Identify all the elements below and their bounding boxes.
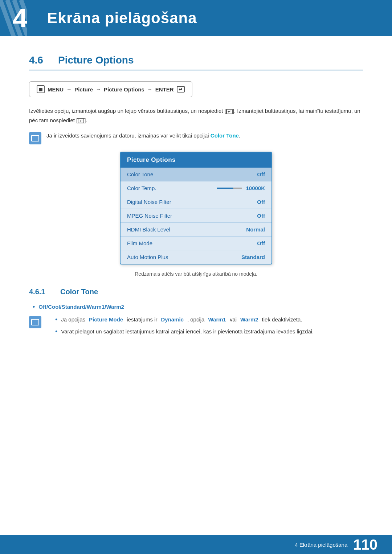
osd-value-film-mode: Off bbox=[257, 240, 265, 246]
breadcrumb-step1: Picture bbox=[74, 86, 93, 93]
color-tone-highlight: Color Tone bbox=[211, 132, 239, 139]
note-bullet-list: Ja opcijas Picture Mode iestatījums ir D… bbox=[52, 315, 314, 336]
osd-label-color-temp: Color Temp. bbox=[127, 185, 156, 191]
osd-row-film-mode: Flim Mode Off bbox=[121, 237, 271, 250]
section-number: 4.6 bbox=[29, 54, 51, 66]
color-temp-right: 10000K bbox=[217, 185, 265, 191]
osd-menu-title: Picture Options bbox=[121, 152, 271, 168]
header-decoration bbox=[0, 0, 27, 36]
bullet-item-1: Off/Cool/Standard/Warm1/Warm2 bbox=[29, 303, 363, 312]
note-bullet-2: Varat pielāgot un saglabāt iestatījumus … bbox=[52, 327, 314, 336]
arrow-icon-1: → bbox=[66, 86, 72, 92]
note-box-1: Ja ir izveidots savienojums ar datoru, i… bbox=[29, 131, 363, 144]
section-heading: 4.6 Picture Options bbox=[29, 54, 363, 70]
note-text-1: Ja ir izveidots savienojums ar datoru, i… bbox=[46, 131, 240, 140]
osd-value-color-tone: Off bbox=[257, 171, 265, 177]
subsection-heading: 4.6.1 Color Tone bbox=[29, 288, 363, 296]
picture-mode-highlight: Picture Mode bbox=[89, 315, 123, 324]
note-group-2: Ja opcijas Picture Mode iestatījums ir D… bbox=[29, 315, 363, 340]
osd-caption: Redzamais attēls var būt atšķirīgs atkar… bbox=[29, 271, 363, 277]
bullet-list-1: Off/Cool/Standard/Warm1/Warm2 bbox=[29, 303, 363, 312]
enter-icon: ↵ bbox=[177, 86, 185, 93]
osd-row-color-temp: Color Temp. 10000K bbox=[121, 181, 271, 195]
warm2-highlight: Warm2 bbox=[240, 315, 258, 324]
osd-value-color-temp: 10000K bbox=[246, 185, 265, 191]
footer-page-number: 110 bbox=[353, 537, 377, 552]
osd-value-digital-noise: Off bbox=[257, 199, 265, 205]
nav-breadcrumb: ▦ MENU → Picture → Picture Options → ENT… bbox=[29, 81, 192, 97]
color-temp-slider bbox=[217, 188, 242, 189]
page-footer: 4 Ekrāna pielāgošana 110 bbox=[0, 535, 392, 554]
subsection-number: 4.6.1 bbox=[29, 288, 54, 296]
osd-label-hdmi-black: HDMI Black Level bbox=[127, 226, 170, 233]
breadcrumb-menu: MENU bbox=[48, 86, 64, 93]
footer-text: 4 Ekrāna pielāgošana bbox=[295, 542, 347, 548]
warm1-highlight: Warm1 bbox=[208, 315, 226, 324]
osd-container: Picture Options Color Tone Off Color Tem… bbox=[29, 152, 363, 264]
note-icon-2 bbox=[29, 316, 41, 328]
main-content: 4.6 Picture Options ▦ MENU → Picture → P… bbox=[0, 36, 392, 369]
osd-label-mpeg-noise: MPEG Noise Filter bbox=[127, 213, 172, 219]
osd-row-mpeg-noise: MPEG Noise Filter Off bbox=[121, 209, 271, 223]
osd-menu: Picture Options Color Tone Off Color Tem… bbox=[120, 152, 272, 264]
osd-value-auto-motion: Standard bbox=[241, 254, 265, 260]
osd-row-digital-noise: Digital Noise Filter Off bbox=[121, 195, 271, 209]
osd-label-film-mode: Flim Mode bbox=[127, 240, 152, 246]
note-bullets-wrapper: Ja opcijas Picture Mode iestatījums ir D… bbox=[52, 315, 314, 340]
note-icon-1 bbox=[29, 132, 41, 144]
osd-label-auto-motion: Auto Motion Plus bbox=[127, 254, 168, 260]
menu-icon: ▦ bbox=[37, 85, 45, 93]
subsection-title: Color Tone bbox=[60, 288, 98, 296]
osd-row-color-tone: Color Tone Off bbox=[121, 168, 271, 181]
osd-label-color-tone: Color Tone bbox=[127, 171, 153, 177]
note-bullet-1: Ja opcijas Picture Mode iestatījums ir D… bbox=[52, 315, 314, 324]
section-title: Picture Options bbox=[58, 54, 134, 66]
dynamic-highlight: Dynamic bbox=[161, 315, 184, 324]
chapter-title: Ekrāna pielāgošana bbox=[40, 9, 197, 27]
osd-row-auto-motion: Auto Motion Plus Standard bbox=[121, 250, 271, 264]
breadcrumb-enter-label: ENTER bbox=[155, 86, 174, 93]
bullet-1-text: Off/Cool/Standard/Warm1/Warm2 bbox=[38, 303, 124, 311]
arrow-icon-2: → bbox=[96, 86, 101, 92]
osd-row-hdmi-black: HDMI Black Level Normal bbox=[121, 223, 271, 237]
osd-label-digital-noise: Digital Noise Filter bbox=[127, 199, 171, 205]
arrow-icon-3: → bbox=[147, 86, 152, 92]
osd-value-mpeg-noise: Off bbox=[257, 213, 265, 219]
body-text-1: Izvēlieties opciju, izmantojot augšup un… bbox=[29, 106, 363, 125]
breadcrumb-step2: Picture Options bbox=[104, 86, 144, 93]
chapter-header: 4 Ekrāna pielāgošana bbox=[0, 0, 392, 36]
osd-value-hdmi-black: Normal bbox=[246, 226, 265, 233]
